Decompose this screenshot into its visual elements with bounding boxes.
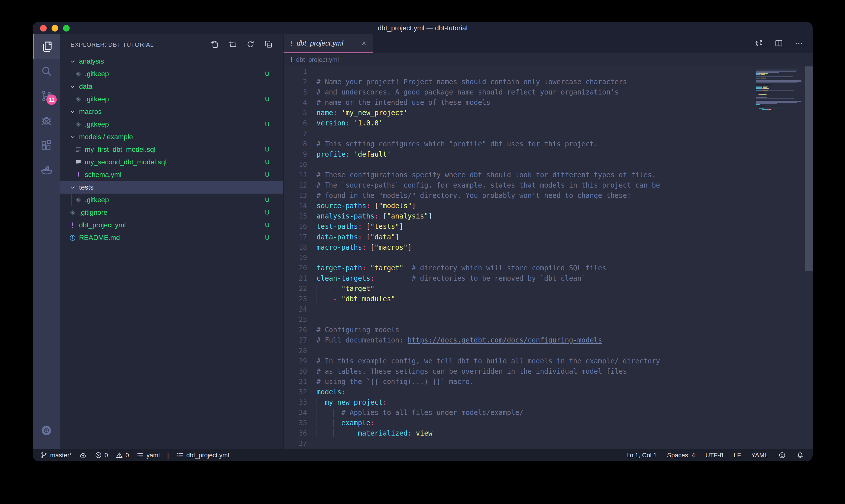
code-editor[interactable]: 12# Name your project! Project names sho… (284, 67, 813, 449)
doc-link[interactable]: https://docs.getdbt.com/docs/configuring… (408, 336, 602, 344)
code-line-23[interactable]: 23 - "dbt_modules" (284, 294, 813, 304)
status-notifications[interactable] (796, 451, 804, 459)
code-line-22[interactable]: 22 - "target" (284, 284, 813, 294)
status-encoding[interactable]: UTF-8 (705, 452, 723, 459)
tree-item-data[interactable]: data (60, 80, 283, 93)
code-line-5[interactable]: 5name: 'my_new_project' (284, 108, 813, 118)
status-error-count[interactable]: 0 (94, 451, 108, 459)
code-line-21[interactable]: 21clean-targets: # directories to be rem… (284, 273, 813, 284)
code-line-33[interactable]: 33 my_new_project: (284, 397, 813, 408)
new-folder-button[interactable] (228, 39, 237, 50)
status-feedback[interactable] (778, 451, 786, 459)
breadcrumb[interactable]: ! dbt_project.yml (284, 53, 813, 67)
code-line-17[interactable]: 17data-paths: ["data"] (284, 232, 813, 242)
code-line-16[interactable]: 16test-paths: ["tests"] (284, 221, 813, 232)
status-branch-status[interactable]: master* (40, 451, 72, 459)
tree-item-models-example[interactable]: models / example (60, 130, 283, 143)
new-file-button[interactable] (210, 39, 219, 50)
tree-item-analysis[interactable]: analysis (60, 55, 283, 68)
code-line-12[interactable]: 12# The `source-paths` config, for examp… (284, 180, 813, 191)
code-line-37[interactable]: 37 (284, 438, 813, 449)
git-untracked-badge: U (263, 221, 272, 229)
code-line-34[interactable]: 34 # Applies to all files under models/e… (284, 408, 813, 418)
status-bar: master*00yaml|dbt_project.yml Ln 1, Col … (33, 449, 813, 461)
code-line-2[interactable]: 2# Name your project! Project names shou… (284, 77, 813, 87)
code-line-14[interactable]: 14source-paths: ["models"] (284, 201, 813, 211)
code-line-35[interactable]: 35 example: (284, 418, 813, 428)
code-line-11[interactable]: 11# These configurations specify where d… (284, 170, 813, 180)
split-editor-icon (774, 39, 784, 48)
tree-item-dbt-project-yml[interactable]: dbt_project.ymlU (60, 219, 283, 231)
editor-scrollbar[interactable] (805, 67, 813, 271)
code-line-25[interactable]: 25 (284, 314, 813, 325)
status-publish-changes[interactable] (79, 451, 87, 459)
code-line-29[interactable]: 29# In this example config, we tell dbt … (284, 356, 813, 366)
refresh-explorer-button[interactable] (246, 39, 255, 50)
code-line-6[interactable]: 6version: '1.0.0' (284, 118, 813, 128)
line-number: 17 (284, 232, 307, 242)
code-line-text: name: 'my_new_project' (317, 108, 408, 118)
code-line-text: # and underscores. A good package name s… (317, 87, 619, 97)
tree-item-schema-yml[interactable]: schema.ymlU (60, 168, 283, 181)
activity-item-extensions[interactable] (33, 133, 60, 158)
line-number: 8 (284, 139, 307, 149)
breadcrumb-file-label[interactable]: dbt_project.yml (296, 56, 339, 64)
code-line-1[interactable]: 1 (284, 67, 813, 77)
code-line-20[interactable]: 20target-path: "target" # directory whic… (284, 263, 813, 273)
code-line-32[interactable]: 32models: (284, 387, 813, 397)
code-line-18[interactable]: 18macro-paths: ["macros"] (284, 242, 813, 253)
status-language-mode[interactable]: YAML (751, 452, 768, 459)
code-line-27[interactable]: 27# Full documentation: https://docs.get… (284, 335, 813, 345)
close-window-button[interactable] (40, 25, 47, 32)
minimize-window-button[interactable] (52, 25, 58, 32)
split-editor-button[interactable] (774, 39, 784, 49)
code-line-30[interactable]: 30# as tables. These settings can be ove… (284, 366, 813, 377)
status-cursor-position[interactable]: Ln 1, Col 1 (626, 452, 657, 459)
code-line-19[interactable]: 19 (284, 253, 813, 263)
more-actions-button[interactable] (794, 39, 804, 49)
status-indentation[interactable]: Spaces: 4 (667, 452, 695, 459)
tree-item-gitkeep[interactable]: .gitkeepU (60, 118, 283, 130)
activity-item-run-debug[interactable] (33, 108, 60, 133)
code-line-28[interactable]: 28 (284, 346, 813, 356)
collapse-folders-button[interactable] (264, 39, 273, 50)
status-active-file-status[interactable]: dbt_project.yml (176, 451, 229, 459)
tree-item-gitkeep[interactable]: .gitkeepU (60, 68, 283, 80)
line-number: 26 (284, 325, 307, 335)
open-changes-button[interactable] (754, 39, 763, 49)
minimap[interactable] (756, 68, 804, 111)
status-eol[interactable]: LF (734, 452, 741, 459)
activity-item-search[interactable] (33, 59, 60, 84)
tree-item-gitkeep[interactable]: .gitkeepU (60, 93, 283, 105)
status-language-selector-yaml[interactable]: yaml (136, 451, 160, 459)
tree-item-tests[interactable]: tests (60, 181, 283, 194)
zoom-window-button[interactable] (63, 25, 70, 32)
tab-dbt-project-yml[interactable]: ! dbt_project.yml × (284, 34, 373, 53)
status-active-file-status-label: dbt_project.yml (186, 452, 229, 459)
activity-item-docker[interactable] (33, 158, 60, 182)
code-line-4[interactable]: 4# name or the intended use of these mod… (284, 97, 813, 108)
status-warning-count[interactable]: 0 (115, 451, 129, 459)
tree-item-macros[interactable]: macros (60, 105, 283, 118)
code-line-7[interactable]: 7 (284, 129, 813, 139)
code-line-26[interactable]: 26# Configuring models (284, 325, 813, 335)
code-line-8[interactable]: 8# This setting configures which "profil… (284, 139, 813, 149)
tree-item-my-second-dbt-model-sql[interactable]: my_second_dbt_model.sqlU (60, 156, 283, 168)
code-line-13[interactable]: 13# found in the "models/" directory. Yo… (284, 191, 813, 201)
activity-item-explorer[interactable] (33, 34, 60, 59)
activity-item-settings[interactable] (33, 418, 60, 443)
tree-item-gitkeep[interactable]: .gitkeepU (60, 194, 283, 206)
code-line-24[interactable]: 24 (284, 304, 813, 314)
tree-item-readme-md[interactable]: README.mdU (60, 231, 283, 244)
code-line-36[interactable]: 36 materialized: view (284, 428, 813, 438)
code-line-text: # This setting configures which "profile… (317, 139, 598, 149)
code-line-15[interactable]: 15analysis-paths: ["analysis"] (284, 211, 813, 221)
code-line-9[interactable]: 9profile: 'default' (284, 149, 813, 160)
activity-item-source-control[interactable]: 11 (33, 84, 60, 108)
code-line-10[interactable]: 10 (284, 160, 813, 170)
code-line-31[interactable]: 31# using the `{{ config(...) }}` macro. (284, 377, 813, 387)
tab-close-icon[interactable]: × (362, 39, 366, 47)
tree-item-my-first-dbt-model-sql[interactable]: my_first_dbt_model.sqlU (60, 143, 283, 156)
tree-item-gitignore[interactable]: .gitignoreU (60, 206, 283, 219)
code-line-3[interactable]: 3# and underscores. A good package name … (284, 87, 813, 97)
